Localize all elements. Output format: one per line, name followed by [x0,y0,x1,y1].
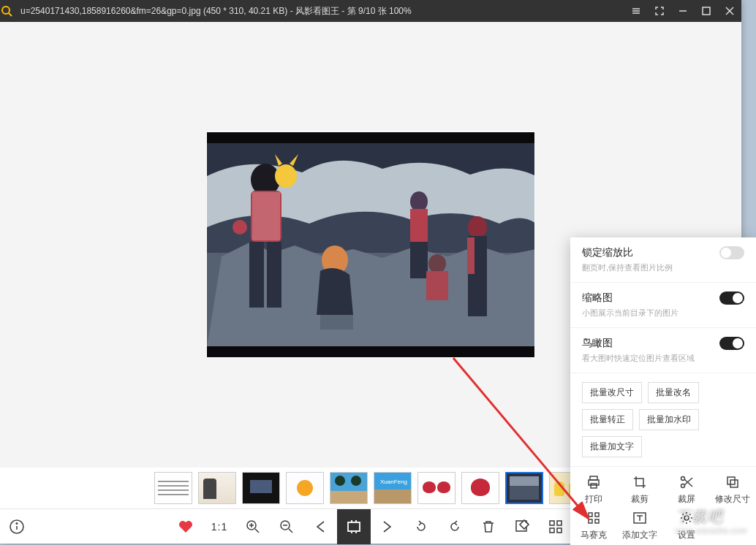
crop-icon [617,474,664,490]
thumbnail[interactable] [417,472,456,504]
more-tools-button[interactable] [539,509,572,544]
svg-rect-55 [589,513,592,517]
svg-rect-6 [703,7,710,15]
svg-rect-28 [468,276,487,316]
svg-rect-58 [595,519,599,523]
thumbnails-section: 缩略图 小图展示当前目录下的图片 [570,283,756,328]
snip-tool[interactable]: 裁屏 [663,474,710,506]
svg-rect-16 [267,242,281,308]
thumbnails-desc: 小图展示当前目录下的图片 [582,308,744,319]
batch-rename-button[interactable]: 批量改名 [648,382,699,403]
batch-resize-button[interactable]: 批量改尺寸 [582,382,642,403]
svg-rect-56 [595,513,599,517]
svg-point-18 [275,164,297,188]
svg-point-21 [410,191,428,212]
app-logo-icon [0,4,20,18]
thumbnail[interactable] [330,472,368,504]
svg-point-0 [2,7,10,14]
birdview-toggle[interactable] [719,337,744,350]
svg-line-38 [289,529,292,533]
print-icon [570,474,617,490]
svg-rect-53 [727,477,735,484]
svg-rect-25 [426,271,448,300]
svg-rect-57 [589,519,592,523]
maximize-button[interactable] [695,0,718,22]
thumbnail[interactable] [286,472,324,504]
svg-rect-22 [410,209,428,242]
minimize-button[interactable] [671,0,695,22]
lock-zoom-desc: 翻页时,保持查看图片比例 [582,262,744,273]
thumbnail[interactable] [242,472,280,504]
thumbnails-label: 缩略图 [582,291,613,305]
main-image [206,132,535,358]
prev-button[interactable] [303,509,337,544]
svg-point-32 [16,522,18,524]
edit-button[interactable] [505,509,539,544]
print-tool[interactable]: 打印 [570,474,617,506]
close-button[interactable] [718,0,741,22]
svg-rect-48 [591,484,597,488]
lock-zoom-toggle[interactable] [719,246,744,259]
window-title: u=2540171430,1858916260&fm=26&gp=0.jpg (… [20,5,624,18]
svg-point-17 [233,220,247,235]
scissors-icon [663,474,710,490]
svg-rect-43 [557,521,562,525]
thumbnails-toggle[interactable] [719,291,744,305]
svg-line-1 [9,13,12,16]
menu-button[interactable] [624,0,648,22]
info-button[interactable] [0,509,34,544]
next-button[interactable] [371,509,404,544]
thumbnail-active[interactable] [505,472,543,504]
batch-text-button[interactable]: 批量加文字 [582,436,642,457]
svg-rect-14 [252,192,280,240]
copy-icon [710,474,757,490]
favorite-button[interactable] [169,509,203,544]
crop-tool[interactable]: 裁剪 [617,474,664,506]
batch-rotate-button[interactable]: 批量转正 [582,409,633,430]
titlebar: u=2540171430,1858916260&fm=26&gp=0.jpg (… [0,0,741,22]
svg-line-51 [684,479,692,487]
svg-rect-15 [249,242,264,308]
zoom-in-button[interactable] [236,509,270,544]
batch-buttons-row: 批量改尺寸 批量改名 批量转正 批量加水印 批量加文字 [570,373,756,467]
batch-watermark-button[interactable]: 批量加水印 [639,409,699,430]
svg-rect-54 [730,480,738,487]
more-tools-popup: 锁定缩放比 翻页时,保持查看图片比例 缩略图 小图展示当前目录下的图片 鸟瞰图 … [570,237,756,545]
svg-rect-45 [557,528,562,533]
watermark: 下载吧 www.xiazaiba.com [676,507,747,535]
resize-tool[interactable]: 修改尺寸 [710,474,757,506]
svg-line-34 [255,529,259,533]
svg-rect-40 [348,522,360,531]
svg-line-52 [684,478,692,485]
thumbnail[interactable] [154,472,192,504]
delete-button[interactable] [472,509,505,544]
lock-zoom-label: 锁定缩放比 [582,246,633,259]
one-to-one-button[interactable]: 1:1 [203,509,236,544]
svg-point-24 [428,254,446,273]
svg-rect-29 [467,237,475,274]
grid-icon [570,510,617,526]
thumbnail[interactable] [198,472,236,504]
birdview-desc: 看大图时快速定位图片查看区域 [582,353,744,364]
svg-rect-23 [410,242,428,278]
rotate-left-button[interactable] [404,509,438,544]
thumbnail[interactable] [461,472,499,504]
fit-button[interactable] [337,509,371,544]
thumbnail[interactable]: XuanFeng [374,472,412,504]
rotate-right-button[interactable] [438,509,472,544]
zoom-out-button[interactable] [270,509,303,544]
svg-rect-42 [550,521,554,525]
text-icon [617,510,664,526]
mosaic-tool[interactable]: 马赛克 [570,510,617,541]
svg-point-26 [468,216,487,238]
svg-rect-47 [589,480,599,485]
addtext-tool[interactable]: 添加文字 [617,510,664,541]
birdview-label: 鸟瞰图 [582,337,613,350]
fullscreen-button[interactable] [648,0,671,22]
svg-rect-44 [550,528,554,533]
lock-zoom-section: 锁定缩放比 翻页时,保持查看图片比例 [570,237,756,283]
window-controls [624,0,741,22]
svg-rect-20 [320,315,353,329]
birdview-section: 鸟瞰图 看大图时快速定位图片查看区域 [570,328,756,373]
